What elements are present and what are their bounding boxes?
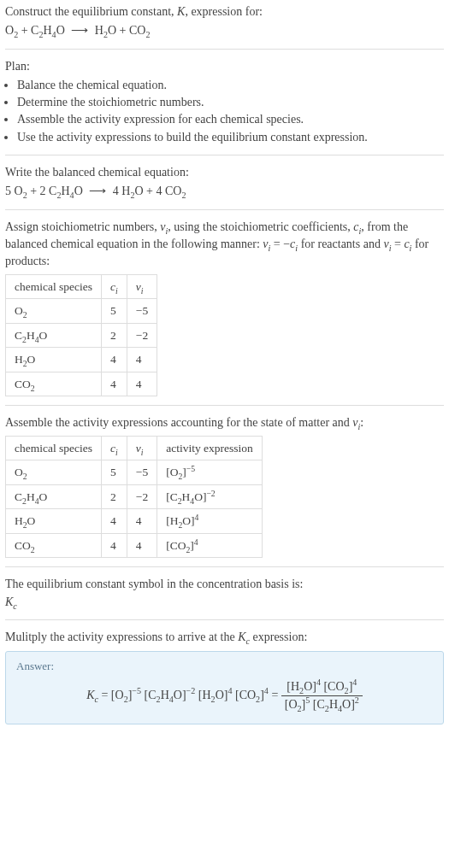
cell-species: O2	[6, 460, 102, 485]
plan-item: Determine the stoichiometric numbers.	[17, 94, 444, 111]
col-species: chemical species	[6, 274, 102, 299]
table-row: H2O 4 4	[6, 348, 157, 372]
cell-species: C2H4O	[6, 323, 102, 348]
multiply-text: Mulitply the activity expressions to arr…	[5, 629, 444, 646]
table-row: O2 5 −5	[6, 299, 157, 324]
stoich-table: chemical species ci νi O2 5 −5 C2H4O 2 −…	[5, 274, 157, 397]
col-nui: νi	[127, 436, 157, 460]
lhs2: C2H4O	[31, 24, 65, 37]
arrow-icon: ⟶	[68, 24, 92, 37]
cell-nui: −2	[127, 323, 157, 348]
intro-text-b: , expression for:	[185, 5, 263, 18]
assemble-section: Assemble the activity expressions accoun…	[5, 405, 444, 558]
col-activity: activity expression	[157, 436, 263, 460]
table-row: C2H4O 2 −2 [C2H4O]−2	[6, 484, 263, 509]
cell-activity: [H2O]4	[157, 509, 263, 534]
intro-K: K	[177, 5, 185, 18]
symbol-section: The equilibrium constant symbol in the c…	[5, 566, 444, 611]
assemble-text: Assemble the activity expressions accoun…	[5, 414, 444, 431]
intro-section: Construct the equilibrium constant, K, e…	[5, 3, 444, 40]
plus2: +	[116, 24, 129, 37]
cell-nui: 4	[127, 533, 157, 558]
table-row: H2O 4 4 [H2O]4	[6, 509, 263, 534]
table-header-row: chemical species ci νi activity expressi…	[6, 436, 263, 460]
table-row: CO2 4 4	[6, 372, 157, 396]
cell-activity: [C2H4O]−2	[157, 484, 263, 509]
symbol-kc: Kc	[5, 594, 444, 611]
fraction-denominator: [O2]5 [C2H4O]2	[281, 695, 363, 712]
answer-box: Answer: Kc = [O2]−5 [C2H4O]−2 [H2O]4 [CO…	[5, 651, 444, 724]
cell-nui: 4	[127, 348, 157, 372]
cell-ci: 2	[102, 484, 127, 509]
multiply-section: Mulitply the activity expressions to arr…	[5, 619, 444, 724]
cell-species: C2H4O	[6, 484, 102, 509]
fraction-numerator: [H2O]4 [CO2]4	[281, 680, 363, 695]
assign-section: Assign stoichiometric numbers, νi, using…	[5, 209, 444, 397]
intro-text-a: Construct the equilibrium constant,	[5, 5, 177, 18]
balanced-equation: 5 O2 + 2 C2H4O ⟶ 4 H2O + 4 CO2	[5, 183, 444, 200]
table-row: C2H4O 2 −2	[6, 323, 157, 348]
cell-nui: −5	[127, 460, 157, 485]
cell-ci: 4	[102, 533, 127, 558]
cell-nui: 4	[127, 372, 157, 396]
activity-table: chemical species ci νi activity expressi…	[5, 436, 263, 559]
balanced-label: Write the balanced chemical equation:	[5, 164, 444, 181]
col-species: chemical species	[6, 436, 102, 460]
cell-species: H2O	[6, 509, 102, 534]
cell-ci: 4	[102, 372, 127, 396]
rhs1: H2O	[95, 24, 116, 37]
plan-section: Plan: Balance the chemical equation. Det…	[5, 49, 444, 146]
plan-item: Use the activity expressions to build th…	[17, 129, 444, 146]
table-row: O2 5 −5 [O2]−5	[6, 460, 263, 485]
cell-ci: 2	[102, 323, 127, 348]
cell-ci: 4	[102, 509, 127, 534]
balanced-section: Write the balanced chemical equation: 5 …	[5, 155, 444, 201]
answer-expression: Kc = [O2]−5 [C2H4O]−2 [H2O]4 [CO2]4 = [H…	[16, 680, 433, 712]
plan-item: Assemble the activity expression for eac…	[17, 111, 444, 128]
cell-nui: −2	[127, 484, 157, 509]
cell-species: O2	[6, 299, 102, 324]
cell-species: CO2	[6, 533, 102, 558]
lhs1: O2	[5, 24, 18, 37]
answer-label: Answer:	[16, 659, 433, 675]
intro-text: Construct the equilibrium constant, K, e…	[5, 3, 444, 21]
plan-list: Balance the chemical equation. Determine…	[5, 77, 444, 146]
cell-ci: 4	[102, 348, 127, 372]
plan-item: Balance the chemical equation.	[17, 77, 444, 94]
cell-ci: 5	[102, 460, 127, 485]
arrow-icon: ⟶	[86, 185, 109, 197]
cell-activity: [O2]−5	[157, 460, 263, 485]
rhs2: CO2	[129, 24, 151, 37]
symbol-text: The equilibrium constant symbol in the c…	[5, 576, 444, 593]
intro-reaction: O2 + C2H4O ⟶ H2O + CO2	[5, 22, 444, 39]
answer-fraction: [H2O]4 [CO2]4[O2]5 [C2H4O]2	[281, 680, 363, 712]
cell-nui: −5	[127, 299, 157, 324]
plus: +	[18, 24, 31, 37]
cell-species: H2O	[6, 348, 102, 372]
assign-text: Assign stoichiometric numbers, νi, using…	[5, 219, 444, 271]
col-nui: νi	[127, 274, 157, 299]
col-ci: ci	[102, 274, 127, 299]
cell-nui: 4	[127, 509, 157, 534]
cell-ci: 5	[102, 299, 127, 324]
col-ci: ci	[102, 436, 127, 460]
plan-label: Plan:	[5, 58, 444, 75]
table-header-row: chemical species ci νi	[6, 274, 157, 299]
table-row: CO2 4 4 [CO2]4	[6, 533, 263, 558]
cell-species: CO2	[6, 372, 102, 396]
cell-activity: [CO2]4	[157, 533, 263, 558]
